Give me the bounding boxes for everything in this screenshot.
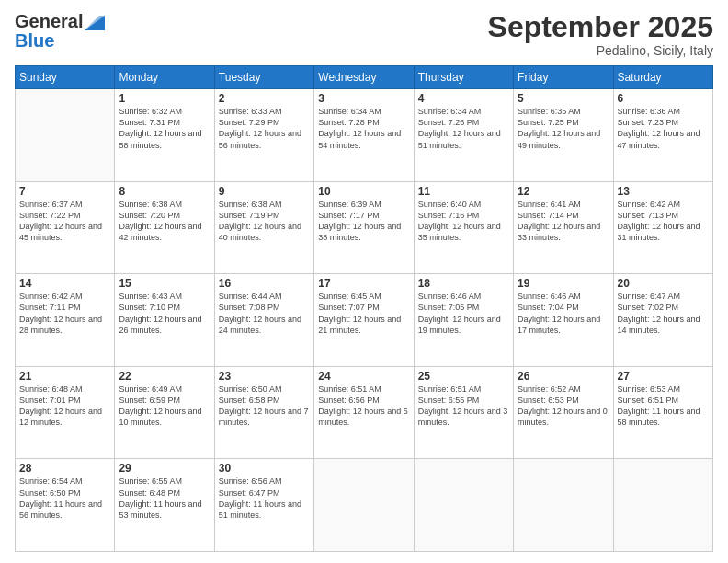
col-sunday: Sunday xyxy=(16,66,115,89)
table-row: 28Sunrise: 6:54 AMSunset: 6:50 PMDayligh… xyxy=(16,459,115,552)
table-row: 30Sunrise: 6:56 AMSunset: 6:47 PMDayligh… xyxy=(214,459,313,552)
day-info: Sunrise: 6:51 AMSunset: 6:56 PMDaylight:… xyxy=(318,384,409,429)
location: Pedalino, Sicily, Italy xyxy=(488,43,713,58)
day-number: 7 xyxy=(19,185,110,198)
day-number: 27 xyxy=(618,370,709,383)
day-number: 2 xyxy=(219,92,310,105)
day-info: Sunrise: 6:45 AMSunset: 7:07 PMDaylight:… xyxy=(318,291,409,336)
day-info: Sunrise: 6:47 AMSunset: 7:02 PMDaylight:… xyxy=(618,291,709,336)
table-row: 3Sunrise: 6:34 AMSunset: 7:28 PMDaylight… xyxy=(314,89,414,182)
day-number: 14 xyxy=(19,277,110,290)
header: General Blue September 2025 Pedalino, Si… xyxy=(15,11,713,58)
table-row: 10Sunrise: 6:39 AMSunset: 7:17 PMDayligh… xyxy=(314,181,414,274)
table-row: 27Sunrise: 6:53 AMSunset: 6:51 PMDayligh… xyxy=(613,366,712,459)
svg-marker-1 xyxy=(85,16,105,30)
table-row: 21Sunrise: 6:48 AMSunset: 7:01 PMDayligh… xyxy=(16,366,115,459)
col-saturday: Saturday xyxy=(613,66,712,89)
day-number: 26 xyxy=(518,370,609,383)
day-number: 4 xyxy=(418,92,509,105)
day-info: Sunrise: 6:35 AMSunset: 7:25 PMDaylight:… xyxy=(518,106,609,151)
calendar-table: Sunday Monday Tuesday Wednesday Thursday… xyxy=(15,65,713,552)
day-info: Sunrise: 6:46 AMSunset: 7:04 PMDaylight:… xyxy=(518,291,609,336)
calendar-week-row: 28Sunrise: 6:54 AMSunset: 6:50 PMDayligh… xyxy=(16,459,713,552)
table-row: 6Sunrise: 6:36 AMSunset: 7:23 PMDaylight… xyxy=(613,89,712,182)
day-number: 23 xyxy=(219,370,310,383)
day-info: Sunrise: 6:33 AMSunset: 7:29 PMDaylight:… xyxy=(219,106,310,151)
calendar-week-row: 21Sunrise: 6:48 AMSunset: 7:01 PMDayligh… xyxy=(16,366,713,459)
table-row: 13Sunrise: 6:42 AMSunset: 7:13 PMDayligh… xyxy=(613,181,712,274)
day-number: 24 xyxy=(318,370,409,383)
day-info: Sunrise: 6:39 AMSunset: 7:17 PMDaylight:… xyxy=(318,199,409,244)
table-row: 25Sunrise: 6:51 AMSunset: 6:55 PMDayligh… xyxy=(414,366,513,459)
table-row: 22Sunrise: 6:49 AMSunset: 6:59 PMDayligh… xyxy=(115,366,214,459)
day-number: 9 xyxy=(219,185,310,198)
day-number: 8 xyxy=(119,185,210,198)
day-info: Sunrise: 6:52 AMSunset: 6:53 PMDaylight:… xyxy=(518,384,609,429)
calendar-week-row: 14Sunrise: 6:42 AMSunset: 7:11 PMDayligh… xyxy=(16,274,713,367)
month-title: September 2025 xyxy=(488,11,713,43)
day-info: Sunrise: 6:34 AMSunset: 7:26 PMDaylight:… xyxy=(418,106,509,151)
table-row: 20Sunrise: 6:47 AMSunset: 7:02 PMDayligh… xyxy=(613,274,712,367)
day-info: Sunrise: 6:46 AMSunset: 7:05 PMDaylight:… xyxy=(418,291,509,336)
day-info: Sunrise: 6:48 AMSunset: 7:01 PMDaylight:… xyxy=(19,384,110,429)
table-row: 17Sunrise: 6:45 AMSunset: 7:07 PMDayligh… xyxy=(314,274,414,367)
day-number: 12 xyxy=(518,185,609,198)
calendar-week-row: 1Sunrise: 6:32 AMSunset: 7:31 PMDaylight… xyxy=(16,89,713,182)
day-info: Sunrise: 6:41 AMSunset: 7:14 PMDaylight:… xyxy=(518,199,609,244)
table-row: 9Sunrise: 6:38 AMSunset: 7:19 PMDaylight… xyxy=(214,181,313,274)
day-info: Sunrise: 6:42 AMSunset: 7:11 PMDaylight:… xyxy=(19,291,110,336)
page: General Blue September 2025 Pedalino, Si… xyxy=(0,0,728,563)
table-row: 4Sunrise: 6:34 AMSunset: 7:26 PMDaylight… xyxy=(414,89,513,182)
day-info: Sunrise: 6:50 AMSunset: 6:58 PMDaylight:… xyxy=(219,384,310,429)
day-info: Sunrise: 6:37 AMSunset: 7:22 PMDaylight:… xyxy=(19,199,110,244)
table-row: 11Sunrise: 6:40 AMSunset: 7:16 PMDayligh… xyxy=(414,181,513,274)
title-block: September 2025 Pedalino, Sicily, Italy xyxy=(488,11,713,58)
table-row xyxy=(414,459,513,552)
day-number: 3 xyxy=(318,92,409,105)
day-info: Sunrise: 6:49 AMSunset: 6:59 PMDaylight:… xyxy=(119,384,210,429)
day-info: Sunrise: 6:53 AMSunset: 6:51 PMDaylight:… xyxy=(618,384,709,429)
logo-general-text: General xyxy=(15,11,83,32)
day-number: 20 xyxy=(618,277,709,290)
day-number: 17 xyxy=(318,277,409,290)
day-info: Sunrise: 6:38 AMSunset: 7:20 PMDaylight:… xyxy=(119,199,210,244)
table-row: 1Sunrise: 6:32 AMSunset: 7:31 PMDaylight… xyxy=(115,89,214,182)
day-number: 18 xyxy=(418,277,509,290)
logo: General Blue xyxy=(15,11,105,52)
day-number: 29 xyxy=(119,462,210,475)
table-row: 16Sunrise: 6:44 AMSunset: 7:08 PMDayligh… xyxy=(214,274,313,367)
day-number: 16 xyxy=(219,277,310,290)
table-row: 15Sunrise: 6:43 AMSunset: 7:10 PMDayligh… xyxy=(115,274,214,367)
calendar-week-row: 7Sunrise: 6:37 AMSunset: 7:22 PMDaylight… xyxy=(16,181,713,274)
day-info: Sunrise: 6:55 AMSunset: 6:48 PMDaylight:… xyxy=(119,476,210,521)
table-row: 12Sunrise: 6:41 AMSunset: 7:14 PMDayligh… xyxy=(514,181,613,274)
day-number: 21 xyxy=(19,370,110,383)
day-number: 19 xyxy=(518,277,609,290)
day-number: 25 xyxy=(418,370,509,383)
day-number: 6 xyxy=(618,92,709,105)
day-info: Sunrise: 6:38 AMSunset: 7:19 PMDaylight:… xyxy=(219,199,310,244)
day-number: 30 xyxy=(219,462,310,475)
day-info: Sunrise: 6:32 AMSunset: 7:31 PMDaylight:… xyxy=(119,106,210,151)
day-info: Sunrise: 6:56 AMSunset: 6:47 PMDaylight:… xyxy=(219,476,310,521)
logo-blue-text: Blue xyxy=(15,30,54,52)
day-info: Sunrise: 6:42 AMSunset: 7:13 PMDaylight:… xyxy=(618,199,709,244)
logo-icon xyxy=(85,16,105,30)
table-row: 26Sunrise: 6:52 AMSunset: 6:53 PMDayligh… xyxy=(514,366,613,459)
day-info: Sunrise: 6:51 AMSunset: 6:55 PMDaylight:… xyxy=(418,384,509,429)
table-row: 19Sunrise: 6:46 AMSunset: 7:04 PMDayligh… xyxy=(514,274,613,367)
col-friday: Friday xyxy=(514,66,613,89)
table-row: 29Sunrise: 6:55 AMSunset: 6:48 PMDayligh… xyxy=(115,459,214,552)
day-number: 15 xyxy=(119,277,210,290)
col-wednesday: Wednesday xyxy=(314,66,414,89)
day-info: Sunrise: 6:36 AMSunset: 7:23 PMDaylight:… xyxy=(618,106,709,151)
day-info: Sunrise: 6:44 AMSunset: 7:08 PMDaylight:… xyxy=(219,291,310,336)
calendar-header-row: Sunday Monday Tuesday Wednesday Thursday… xyxy=(16,66,713,89)
day-info: Sunrise: 6:54 AMSunset: 6:50 PMDaylight:… xyxy=(19,476,110,521)
table-row xyxy=(314,459,414,552)
table-row: 8Sunrise: 6:38 AMSunset: 7:20 PMDaylight… xyxy=(115,181,214,274)
day-info: Sunrise: 6:43 AMSunset: 7:10 PMDaylight:… xyxy=(119,291,210,336)
col-tuesday: Tuesday xyxy=(214,66,313,89)
day-number: 10 xyxy=(318,185,409,198)
col-monday: Monday xyxy=(115,66,214,89)
